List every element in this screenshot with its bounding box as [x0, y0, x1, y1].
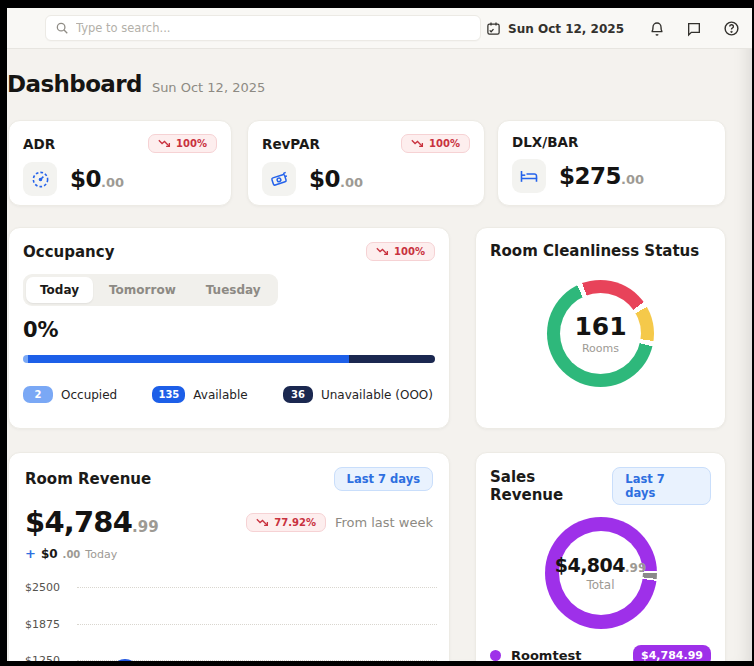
- search-box[interactable]: [45, 15, 481, 41]
- occupancy-trend-badge: 100%: [366, 242, 435, 261]
- occupancy-count-badge: 36: [283, 386, 313, 403]
- revpar-value: $0.00: [309, 166, 363, 192]
- tab-today[interactable]: Today: [26, 277, 93, 303]
- search-icon: [55, 21, 69, 35]
- page-header: Dashboard Sun Oct 12, 2025: [7, 71, 265, 97]
- page-date: Sun Oct 12, 2025: [152, 80, 265, 95]
- dlxbar-card: DLX/BAR $275.00: [497, 120, 726, 206]
- sales-value-badge: $4,784.99: [633, 645, 711, 661]
- room-revenue-change-badge: 77.92%: [246, 513, 326, 532]
- cleanliness-card: Room Cleanliness Status 161 Rooms: [475, 227, 726, 429]
- date-picker[interactable]: Sun Oct 12, 2025: [486, 21, 624, 36]
- sales-legend: Roomtest$4,784.99Phone$0: [490, 645, 711, 661]
- cleanliness-donut-center: 161 Rooms: [560, 293, 641, 374]
- occupancy-bar-segment: [349, 355, 435, 363]
- trending-down-icon: [411, 139, 424, 148]
- sales-legend-row: Roomtest$4,784.99: [490, 645, 711, 661]
- room-revenue-range-button[interactable]: Last 7 days: [334, 467, 433, 491]
- occupancy-legend-item: 36Unavailable (OOO): [283, 386, 433, 403]
- room-revenue-title: Room Revenue: [25, 470, 151, 488]
- occupancy-count-badge: 2: [23, 386, 53, 403]
- sales-donut-center: $4,804.99 Total: [559, 531, 643, 615]
- occupancy-progress-bar: [23, 355, 435, 363]
- room-revenue-change-caption: From last week: [335, 515, 433, 530]
- room-revenue-card: Room Revenue Last 7 days $4,784.99 77.92…: [8, 452, 450, 661]
- room-revenue-change: 77.92% From last week: [246, 513, 433, 532]
- sales-revenue-range-button[interactable]: Last 7 days: [612, 467, 711, 505]
- trending-down-icon: [256, 518, 269, 527]
- occupancy-legend-item: 2Occupied: [23, 386, 117, 403]
- help-icon: [723, 20, 740, 37]
- gauge-icon: [31, 170, 50, 189]
- room-revenue-today: + $0.00 Today: [25, 546, 433, 561]
- revpar-icon-tile: [262, 162, 296, 196]
- revpar-card: RevPAR 100% $0.00: [247, 120, 485, 206]
- cleanliness-room-label: Rooms: [582, 342, 619, 355]
- y-axis-tick: $1250: [25, 654, 437, 661]
- legend-dot-icon: [490, 650, 501, 661]
- messages-button[interactable]: [686, 21, 702, 37]
- adr-card: ADR 100% $0.00: [8, 120, 232, 206]
- occupancy-count-badge: 135: [152, 386, 185, 403]
- occupancy-legend-label: Unavailable (OOO): [321, 388, 433, 402]
- y-axis-tick: $1875: [25, 618, 437, 631]
- sales-donut-chart: $4,804.99 Total: [545, 517, 657, 629]
- sales-total-label: Total: [586, 578, 614, 592]
- help-button[interactable]: [723, 20, 740, 37]
- plus-icon: +: [25, 546, 36, 561]
- occupancy-percent: 0%: [23, 318, 435, 342]
- bed-icon: [519, 166, 539, 186]
- cleanliness-donut-chart: 161 Rooms: [547, 280, 654, 387]
- dlxbar-value: $275.00: [559, 163, 644, 189]
- tab-tomorrow[interactable]: Tomorrow: [95, 277, 190, 303]
- occupancy-legend-label: Occupied: [61, 388, 117, 402]
- dlxbar-title: DLX/BAR: [512, 134, 578, 150]
- calendar-icon: [486, 21, 501, 36]
- cleanliness-title: Room Cleanliness Status: [490, 242, 699, 260]
- bell-icon: [649, 21, 665, 37]
- adr-title: ADR: [23, 136, 55, 152]
- topbar: Sun Oct 12, 2025: [7, 8, 752, 49]
- sales-revenue-card: Sales Revenue Last 7 days $4,804.99 Tota…: [475, 452, 726, 661]
- cleanliness-room-count: 161: [574, 312, 626, 341]
- adr-value: $0.00: [70, 166, 124, 192]
- occupancy-card: Occupancy 100% TodayTomorrowTuesday 0% 2…: [8, 227, 450, 429]
- search-input[interactable]: [76, 21, 471, 35]
- sales-total-value: $4,804.99: [555, 554, 647, 576]
- chat-icon: [686, 21, 702, 37]
- page-title: Dashboard: [7, 71, 142, 97]
- revpar-title: RevPAR: [262, 136, 320, 152]
- cash-icon: [269, 169, 289, 189]
- dlxbar-icon-tile: [512, 159, 546, 193]
- occupancy-legend: 2Occupied135Available36Unavailable (OOO): [23, 386, 435, 403]
- adr-icon-tile: [23, 162, 57, 196]
- adr-trend-badge: 100%: [148, 134, 217, 153]
- room-revenue-value: $4,784.99: [25, 505, 159, 539]
- app-screen: Sun Oct 12, 2025 Dashboard Sun Oct 12, 2…: [7, 8, 752, 661]
- revpar-trend-badge: 100%: [401, 134, 470, 153]
- tab-tuesday[interactable]: Tuesday: [192, 277, 275, 303]
- occupancy-legend-item: 135Available: [152, 386, 247, 403]
- trending-down-icon: [376, 247, 389, 256]
- notifications-button[interactable]: [649, 21, 665, 37]
- occupancy-tabs: TodayTomorrowTuesday: [23, 274, 278, 306]
- occupancy-bar-segment: [28, 355, 350, 363]
- occupancy-title: Occupancy: [23, 243, 114, 261]
- trending-down-icon: [158, 139, 171, 148]
- topbar-date: Sun Oct 12, 2025: [508, 22, 624, 36]
- occupancy-legend-label: Available: [193, 388, 247, 402]
- sales-source-label: Roomtest: [511, 648, 581, 661]
- sales-revenue-title: Sales Revenue: [490, 468, 612, 504]
- y-axis-tick: $2500: [25, 581, 437, 594]
